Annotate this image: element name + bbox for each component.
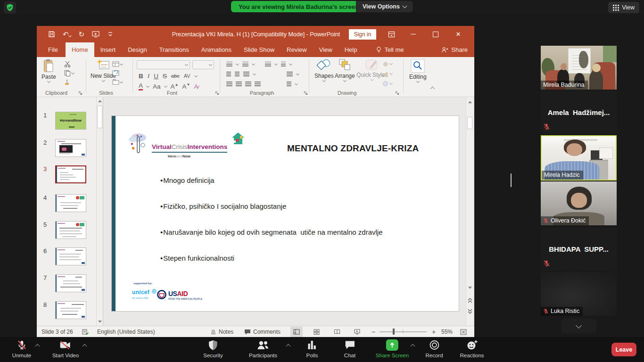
clear-formatting-button[interactable]: A̷ (194, 83, 198, 90)
font-color-button[interactable]: A (139, 82, 143, 90)
security-button[interactable]: Security (203, 339, 223, 358)
paragraph-dialog-launcher[interactable] (304, 91, 308, 95)
decrease-indent-button[interactable] (226, 72, 231, 76)
italic-button[interactable]: I (148, 72, 150, 80)
arrange-button[interactable]: Arrange (335, 59, 355, 82)
participant-tile-luka[interactable]: Luka Ristic (541, 272, 617, 316)
new-slide-dropdown-caret[interactable] (101, 79, 105, 82)
change-case-caret[interactable] (164, 84, 167, 87)
numbered-list-button[interactable] (242, 62, 248, 66)
share-options-caret[interactable] (411, 344, 415, 349)
tab-transitions[interactable]: Transitions (153, 42, 195, 57)
scrollbar-thumb[interactable] (97, 106, 102, 128)
scrollbar-thumb[interactable] (467, 117, 472, 129)
slide-3-thumbnail-selected[interactable] (55, 165, 86, 183)
change-case-button[interactable]: Aa (153, 83, 161, 90)
zoom-slider-track[interactable] (380, 331, 427, 332)
scroll-up-arrow[interactable] (98, 100, 102, 102)
arrange-caret[interactable] (343, 79, 347, 82)
shapes-button[interactable]: Shapes (314, 59, 334, 82)
thumbnail-scrollbar[interactable] (96, 97, 103, 326)
columns-button[interactable] (287, 72, 293, 76)
strikethrough-button[interactable]: S (163, 73, 167, 80)
share-button[interactable]: Share (441, 42, 468, 57)
shapes-caret[interactable] (322, 79, 326, 82)
save-icon[interactable] (48, 31, 55, 38)
slide-8-thumbnail[interactable] (55, 301, 86, 319)
zoom-out-button[interactable]: − (372, 326, 375, 337)
tab-insert[interactable]: Insert (94, 42, 122, 57)
reset-slide-button[interactable] (112, 70, 119, 76)
copy-dropdown-caret[interactable] (71, 71, 74, 74)
participant-tile-mirela-hadzic-active-speaker[interactable]: Mirela Hadzic (541, 135, 617, 181)
editor-scrollbar[interactable] (466, 97, 473, 326)
editing-button[interactable]: Editing (409, 59, 427, 82)
next-slide-button[interactable] (468, 309, 472, 314)
tab-slide-show[interactable]: Slide Show (238, 42, 281, 57)
bold-button[interactable]: B (139, 73, 143, 80)
font-color-caret[interactable] (146, 84, 149, 87)
copy-button[interactable] (64, 70, 74, 76)
font-name-select[interactable] (137, 60, 190, 69)
minimize-button[interactable] (403, 26, 423, 42)
cut-button[interactable] (64, 61, 71, 67)
participants-options-caret[interactable] (286, 344, 291, 349)
slide-4-thumbnail[interactable] (55, 194, 86, 212)
collapse-ribbon-button[interactable] (430, 87, 435, 91)
normal-view-button[interactable] (290, 327, 303, 337)
participant-tile-bhidapa[interactable]: BHIDAPA SUPP... (541, 227, 617, 271)
shape-fill-button[interactable] (382, 61, 392, 67)
collapse-participants-button[interactable] (561, 319, 596, 333)
clipboard-dialog-launcher[interactable] (78, 91, 83, 95)
tab-help[interactable]: Help (339, 42, 363, 57)
slide-7-thumbnail[interactable] (55, 274, 86, 292)
view-options-button[interactable]: View Options (356, 1, 413, 12)
underline-button[interactable]: U (154, 73, 158, 80)
zoom-level[interactable]: 55% (441, 326, 453, 337)
spell-check-button[interactable] (82, 326, 89, 337)
leave-button[interactable]: Leave (611, 343, 636, 356)
character-spacing-button[interactable]: AV (184, 73, 190, 79)
justify-button[interactable] (255, 82, 261, 86)
font-size-select[interactable] (192, 60, 214, 69)
format-painter-button[interactable] (64, 79, 71, 86)
increase-indent-button[interactable] (235, 72, 239, 76)
unmute-button[interactable]: Unmute (12, 339, 31, 358)
view-button[interactable]: View (608, 2, 639, 13)
scroll-down-arrow[interactable] (98, 321, 102, 323)
slide-layout-button[interactable] (112, 61, 123, 67)
paste-button[interactable]: Paste (41, 59, 56, 82)
meeting-info-button[interactable] (4, 1, 16, 14)
notes-button[interactable]: Notes (210, 326, 233, 337)
language-indicator[interactable]: English (United States) (97, 326, 155, 337)
text-shadow-button[interactable]: abc (171, 73, 180, 79)
reading-view-button[interactable] (331, 327, 343, 337)
zoom-slider-thumb[interactable] (393, 329, 395, 335)
slide-5-thumbnail[interactable] (55, 221, 86, 239)
maximize-button[interactable] (425, 26, 446, 42)
shrink-font-button[interactable]: A▼ (182, 82, 190, 90)
slide-show-button[interactable] (351, 327, 363, 337)
tab-animations[interactable]: Animations (195, 42, 238, 57)
tab-review[interactable]: Review (281, 42, 313, 57)
scroll-up-arrow[interactable] (468, 101, 472, 103)
slide-6-thumbnail[interactable] (55, 247, 86, 265)
participant-tile-amela[interactable]: Amela Hadžimej... (541, 90, 617, 134)
participant-tile-olivera[interactable]: Olivera Đokić (541, 181, 617, 225)
sign-in-button[interactable]: Sign in (349, 29, 376, 40)
slide-1-thumbnail[interactable]: HereandNow (55, 112, 86, 130)
editing-caret[interactable] (416, 80, 420, 83)
previous-slide-button[interactable] (468, 297, 472, 303)
align-left-button[interactable] (226, 82, 232, 86)
tab-design[interactable]: Design (122, 42, 153, 57)
shape-outline-button[interactable] (382, 71, 392, 77)
align-text-button[interactable] (243, 72, 249, 76)
reactions-button[interactable]: Reactions (460, 339, 484, 358)
undo-icon[interactable]: ↶ (63, 30, 71, 39)
convert-smartart-button[interactable] (287, 82, 291, 86)
slide-sorter-view-button[interactable] (310, 327, 322, 337)
paste-dropdown-caret[interactable] (47, 80, 50, 83)
bullet-list-button[interactable] (226, 62, 232, 66)
ribbon-display-options-button[interactable] (381, 26, 402, 42)
close-button[interactable] (448, 26, 469, 42)
